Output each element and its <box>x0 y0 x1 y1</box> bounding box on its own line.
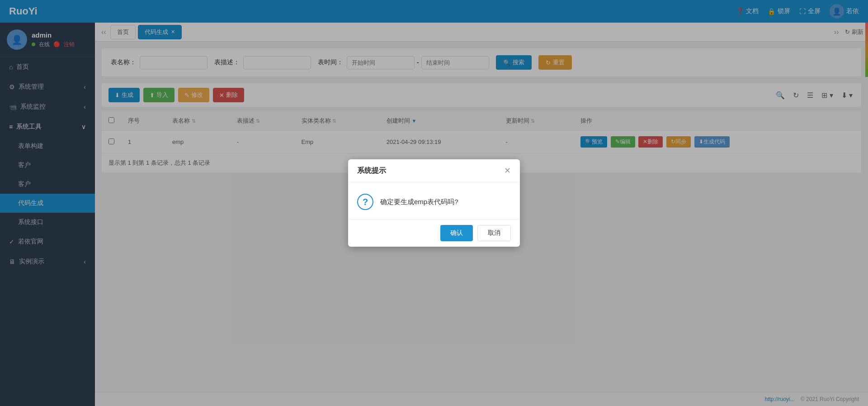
dialog-footer: 确认 取消 <box>348 219 520 247</box>
dialog-title: 系统提示 <box>357 166 386 176</box>
dialog-question-icon: ? <box>357 194 373 210</box>
confirm-button[interactable]: 确认 <box>440 225 473 241</box>
confirm-dialog: 系统提示 ✕ ? 确定要生成emp表代码吗? 确认 取消 <box>348 159 520 247</box>
dialog-header: 系统提示 ✕ <box>348 159 520 182</box>
modal-overlay[interactable]: 系统提示 ✕ ? 确定要生成emp表代码吗? 确认 取消 <box>0 0 868 406</box>
dialog-close-btn[interactable]: ✕ <box>504 166 511 176</box>
dialog-body: ? 确定要生成emp表代码吗? <box>348 182 520 219</box>
cancel-dialog-button[interactable]: 取消 <box>477 225 511 241</box>
dialog-message: 确定要生成emp表代码吗? <box>380 198 458 206</box>
